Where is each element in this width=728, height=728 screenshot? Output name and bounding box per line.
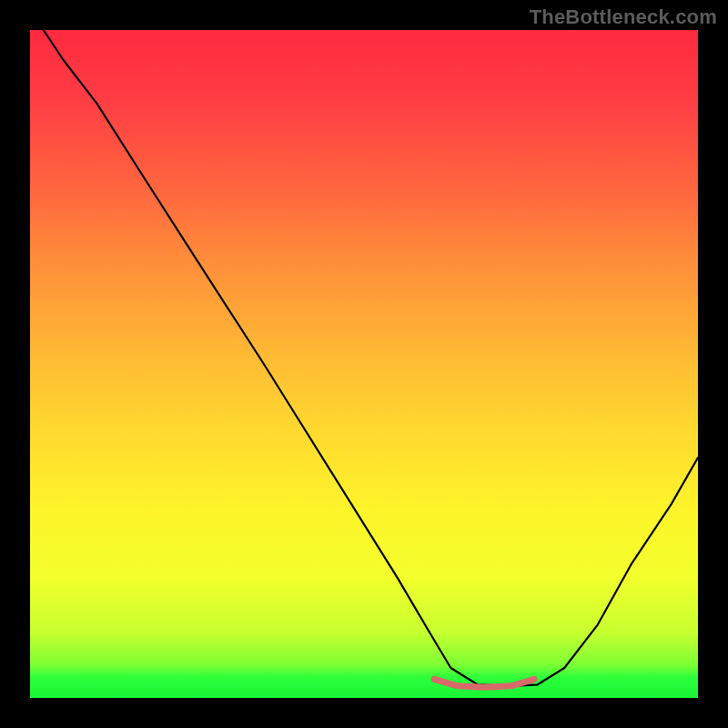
bottleneck-curve bbox=[44, 30, 698, 686]
chart-frame: TheBottleneck.com bbox=[0, 0, 728, 728]
plot-area bbox=[30, 30, 698, 698]
flat-minimum-highlight bbox=[434, 679, 534, 687]
watermark-text: TheBottleneck.com bbox=[530, 5, 717, 29]
curve-layer bbox=[30, 30, 698, 698]
